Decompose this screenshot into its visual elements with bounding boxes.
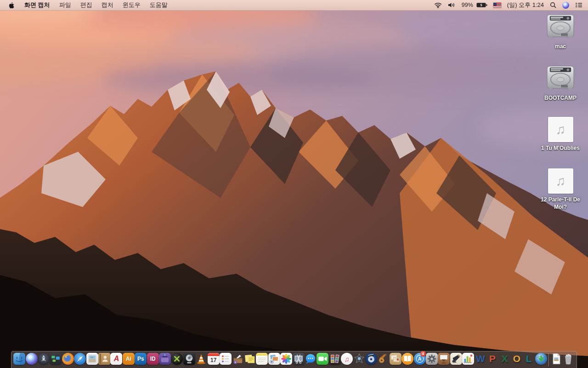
dock-item-indesign[interactable]: ID xyxy=(147,353,158,368)
menu-item-1[interactable]: 편집 xyxy=(76,0,97,10)
menu-item-4[interactable]: 도움말 xyxy=(145,0,172,10)
dock-item-facetime[interactable] xyxy=(317,353,328,368)
menu-bar-status: 99% (일) 오후 1:24 xyxy=(434,0,582,10)
dock-item-siri[interactable] xyxy=(25,353,37,368)
dock-item-finder[interactable] xyxy=(13,353,25,368)
desktop-icon-label: 1 Tu M'Oublies xyxy=(541,145,580,152)
dock-item-image-capture[interactable] xyxy=(268,353,280,368)
dock-item-launchpad[interactable] xyxy=(38,353,50,368)
spotlight-search-icon[interactable] xyxy=(550,2,556,8)
dock: AAiPsID17♫A4WPXOL xyxy=(11,351,577,368)
desktop-icon-audio-file-2[interactable]: ♫12 Parle-T-Il De Moi? xyxy=(537,168,584,220)
menu-item-3[interactable]: 윈도우 xyxy=(118,0,145,10)
dock-item-firefox[interactable] xyxy=(62,353,74,368)
dock-item-grab[interactable] xyxy=(292,353,304,368)
dock-item-app-store[interactable]: A4 xyxy=(413,353,425,368)
dock-item-contacts[interactable] xyxy=(98,353,110,368)
dock-item-stickies[interactable] xyxy=(244,353,256,368)
dock-item-downloads-globe[interactable] xyxy=(535,353,547,368)
wallpaper xyxy=(0,0,588,368)
dock-item-garageband[interactable] xyxy=(377,353,389,368)
dock-item-idvd[interactable] xyxy=(365,353,377,368)
dock-item-divx[interactable] xyxy=(171,353,183,368)
notification-center-icon[interactable] xyxy=(575,2,582,8)
dock-item-calendar[interactable]: 17 xyxy=(208,353,220,368)
dock-item-illustrator[interactable]: Ai xyxy=(123,353,135,368)
wifi-icon[interactable] xyxy=(434,2,442,8)
dock-item-word[interactable]: W xyxy=(474,353,486,368)
hard-drive-icon xyxy=(546,14,575,40)
dock-items: AAiPsID17♫A4WPXOL xyxy=(13,353,575,368)
menu-bar-left: 화면 캡처 파일편집캡처윈도우도움말 xyxy=(6,0,172,10)
dock-item-lync[interactable]: L xyxy=(523,353,535,368)
desktop-icon-label: mac xyxy=(555,43,566,51)
battery-percent: 99% xyxy=(462,2,473,8)
desktop-icon-label: BOOTCAMP xyxy=(544,95,577,102)
dock-item-acrobat-reader[interactable]: A xyxy=(110,353,122,368)
dock-item-pages[interactable] xyxy=(450,353,462,368)
dock-item-numbers[interactable] xyxy=(462,353,474,368)
dock-item-itunes[interactable]: ♫ xyxy=(341,353,353,368)
desktop-icon-label: 12 Parle-T-Il De Moi? xyxy=(537,196,583,211)
active-app-menu[interactable]: 화면 캡처 xyxy=(20,1,55,9)
dock-item-mission-control[interactable] xyxy=(50,353,62,368)
dock-item-disk-tool[interactable] xyxy=(183,353,195,368)
dock-item-document-file[interactable] xyxy=(550,353,562,368)
dock-item-photoshop[interactable]: Ps xyxy=(135,353,147,368)
dock-item-reminders[interactable] xyxy=(220,353,232,368)
notification-badge: 4 xyxy=(420,351,426,356)
dock-item-mail-stationery[interactable] xyxy=(390,353,401,368)
dock-item-safari[interactable] xyxy=(74,353,86,368)
desktop: 화면 캡처 파일편집캡처윈도우도움말 99% (일) 오후 1:24 xyxy=(0,0,588,368)
dock-item-toast[interactable] xyxy=(159,353,171,368)
dock-item-excel[interactable]: X xyxy=(498,353,510,368)
battery-charging-icon[interactable] xyxy=(476,2,487,8)
dock-item-ibooks[interactable] xyxy=(401,353,413,368)
apple-logo-icon xyxy=(8,2,14,9)
menu-item-2[interactable]: 캡처 xyxy=(97,0,118,10)
audio-file-icon: ♫ xyxy=(548,117,573,142)
siri-icon[interactable] xyxy=(562,2,569,9)
desktop-icon-mac-volume[interactable]: mac xyxy=(537,14,584,65)
dock-item-outlook[interactable]: O xyxy=(511,353,523,368)
desktop-icon-bootcamp-volume[interactable]: BOOTCAMP xyxy=(537,65,584,117)
dock-item-preview[interactable] xyxy=(86,353,98,368)
dock-item-trash[interactable] xyxy=(562,353,574,368)
menu-item-0[interactable]: 파일 xyxy=(55,0,76,10)
desktop-icon-audio-file-1[interactable]: ♫1 Tu M'Oublies xyxy=(537,117,584,168)
volume-icon[interactable] xyxy=(448,2,456,8)
menu-bar-clock[interactable]: (일) 오후 1:24 xyxy=(507,1,544,9)
dock-item-drop-box[interactable] xyxy=(232,353,243,368)
desktop-icons: mac BOOTCAMP♫1 Tu M'Oublies♫12 Parle-T-I… xyxy=(537,14,584,220)
dock-item-vlc[interactable] xyxy=(195,353,207,368)
menu-bar: 화면 캡처 파일편집캡처윈도우도움말 99% (일) 오후 1:24 xyxy=(0,0,588,11)
dock-item-photos[interactable] xyxy=(280,353,292,368)
dock-item-powerpoint[interactable]: P xyxy=(486,353,498,368)
dock-item-keynote[interactable] xyxy=(438,353,450,368)
keyboard-layout-us-flag-icon[interactable] xyxy=(493,3,501,8)
flag-canton xyxy=(493,3,497,6)
dock-item-system-preferences[interactable] xyxy=(426,353,438,368)
hard-drive-icon xyxy=(546,65,575,92)
audio-file-icon: ♫ xyxy=(548,168,573,194)
dock-item-notes[interactable] xyxy=(256,353,268,368)
dock-item-photo-booth[interactable] xyxy=(329,353,341,368)
dock-item-imovie[interactable] xyxy=(353,353,365,368)
dock-separator xyxy=(548,353,549,367)
apple-menu[interactable] xyxy=(6,0,20,10)
dock-item-messages[interactable] xyxy=(305,353,317,368)
app-menus: 파일편집캡처윈도우도움말 xyxy=(55,0,172,10)
